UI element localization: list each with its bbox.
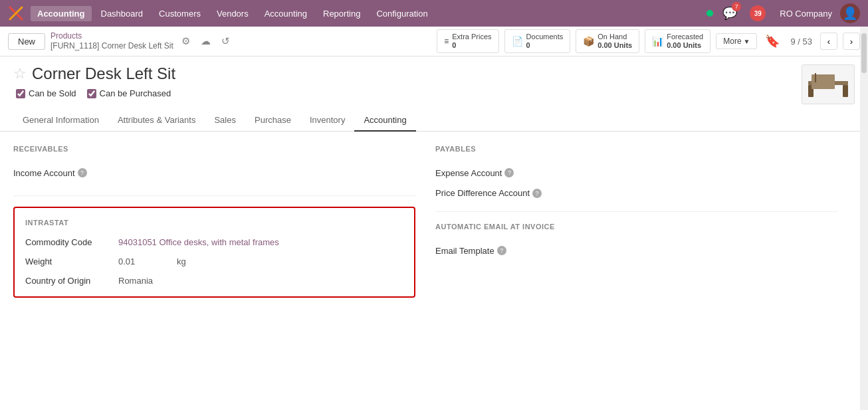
logo-icon	[8, 5, 24, 21]
intrastat-title: INTRASTAT	[25, 219, 403, 227]
weight-unit: kg	[177, 256, 186, 266]
income-account-value[interactable]	[120, 171, 186, 175]
payables-title: PAYABLES	[435, 145, 837, 153]
nav-item-customers[interactable]: Customers	[152, 6, 207, 21]
tab-attributes-variants[interactable]: Attributes & Variants	[108, 110, 205, 132]
scrollbar[interactable]	[860, 27, 868, 298]
product-title-row: ☆ Corner Desk Left Sit	[13, 64, 802, 83]
price-difference-row: Price Difference Account ?	[435, 187, 837, 198]
tab-sales[interactable]: Sales	[205, 110, 245, 132]
commodity-code-row: Commodity Code 94031051 Office desks, wi…	[25, 237, 403, 247]
payables-section: PAYABLES Expense Account ? Price Differe…	[435, 145, 837, 198]
commodity-code-label: Commodity Code	[25, 237, 118, 247]
email-template-label: Email Template ?	[435, 246, 528, 256]
expense-account-help-icon[interactable]: ?	[504, 168, 514, 177]
more-button[interactable]: More ▼	[716, 33, 757, 49]
receivables-title: RECEIVABLES	[13, 145, 415, 153]
next-button[interactable]: ›	[843, 33, 860, 50]
extra-prices-icon: ≡	[444, 37, 449, 46]
user-avatar[interactable]: 👤	[840, 3, 860, 23]
scrollbar-thumb[interactable]	[861, 33, 867, 73]
nav-item-configuration[interactable]: Configuration	[370, 6, 434, 21]
new-button[interactable]: New	[8, 33, 45, 50]
income-account-help-icon[interactable]: ?	[78, 168, 87, 177]
breadcrumb: Products [FURN_1118] Corner Desk Left Si…	[51, 31, 173, 52]
country-origin-label: Country of Origin	[25, 276, 118, 286]
tabs-bar: General Information Attributes & Variant…	[0, 110, 868, 132]
email-template-row: Email Template ?	[435, 241, 837, 260]
auto-email-section: AUTOMATIC EMAIL AT INVOICE Email Templat…	[435, 223, 837, 260]
extra-prices-button[interactable]: ≡ Extra Prices 0	[437, 29, 498, 53]
price-difference-help-icon[interactable]: ?	[532, 189, 542, 198]
auto-email-title: AUTOMATIC EMAIL AT INVOICE	[435, 223, 837, 231]
top-nav: Accounting Dashboard Customers Vendors A…	[0, 0, 868, 27]
forecasted-icon: 📊	[652, 36, 663, 47]
divider-2	[435, 211, 837, 212]
country-origin-row: Country of Origin Romania	[25, 276, 403, 286]
nav-item-dashboard[interactable]: Dashboard	[94, 6, 150, 21]
left-column: RECEIVABLES Income Account ? INTRASTAT C…	[13, 145, 415, 298]
documents-button[interactable]: 📄 Documents 0	[504, 29, 571, 53]
breadcrumb-parent-link[interactable]: Products	[51, 31, 173, 42]
income-account-label: Income Account ?	[13, 168, 120, 178]
receivables-section: RECEIVABLES Income Account ?	[13, 145, 415, 182]
star-icon[interactable]: ☆	[13, 65, 27, 82]
activity-button[interactable]: 39	[748, 3, 768, 23]
company-name: RO Company	[780, 9, 832, 19]
forecasted-button[interactable]: 📊 Forecasted 0.00 Units	[645, 29, 710, 53]
tab-accounting[interactable]: Accounting	[354, 110, 415, 132]
nav-item-reporting[interactable]: Reporting	[316, 6, 367, 21]
svg-rect-4	[843, 85, 848, 97]
nav-item-accounting-sub[interactable]: Accounting	[258, 6, 314, 21]
nav-item-accounting-main[interactable]: Accounting	[31, 6, 92, 21]
can-be-purchased-checkbox[interactable]: Can be Purchased	[87, 88, 171, 98]
refresh-icon[interactable]: ↺	[219, 34, 233, 49]
settings-icon[interactable]: ⚙	[179, 34, 193, 49]
product-image[interactable]	[802, 64, 855, 104]
more-chevron-icon: ▼	[744, 38, 750, 45]
email-template-help-icon[interactable]: ?	[497, 246, 506, 255]
tab-purchase[interactable]: Purchase	[245, 110, 300, 132]
weight-label: Weight	[25, 256, 118, 266]
documents-icon: 📄	[512, 36, 523, 47]
prev-button[interactable]: ‹	[820, 33, 837, 50]
svg-rect-6	[815, 73, 816, 82]
expense-account-label: Expense Account ?	[435, 168, 514, 178]
on-hand-button[interactable]: 📦 On Hand 0.00 Units	[576, 29, 639, 53]
can-be-sold-checkbox[interactable]: Can be Sold	[16, 88, 76, 98]
accounting-tab-content: RECEIVABLES Income Account ? INTRASTAT C…	[0, 132, 851, 298]
bookmark-icon[interactable]: 🔖	[765, 34, 780, 49]
tab-inventory[interactable]: Inventory	[300, 110, 354, 132]
nav-counter: 9 / 53	[790, 37, 812, 47]
weight-value[interactable]: 0.01	[118, 256, 171, 266]
product-title: Corner Desk Left Sit	[32, 64, 175, 83]
messages-badge: 7	[732, 2, 741, 11]
country-origin-value[interactable]: Romania	[118, 276, 153, 286]
expense-account-row: Expense Account ?	[435, 163, 837, 182]
product-header: ☆ Corner Desk Left Sit Can be Sold Can b…	[0, 56, 868, 110]
nav-item-vendors[interactable]: Vendors	[210, 6, 255, 21]
messages-button[interactable]: 💬 7	[720, 3, 740, 23]
product-checkboxes: Can be Sold Can be Purchased	[16, 88, 802, 98]
status-indicator	[706, 10, 713, 17]
commodity-code-value[interactable]: 94031051 Office desks, with metal frames	[118, 237, 279, 247]
price-difference-label: Price Difference Account ?	[435, 187, 542, 198]
cloud-icon[interactable]: ☁	[198, 34, 213, 49]
tab-general-information[interactable]: General Information	[13, 110, 108, 132]
intrastat-section: INTRASTAT Commodity Code 94031051 Office…	[13, 207, 415, 298]
breadcrumb-bar: New Products [FURN_1118] Corner Desk Lef…	[0, 27, 868, 56]
breadcrumb-current: [FURN_1118] Corner Desk Left Sit	[51, 41, 173, 52]
income-account-row: Income Account ?	[13, 163, 415, 182]
on-hand-icon: 📦	[583, 36, 594, 47]
weight-row: Weight 0.01 kg	[25, 256, 403, 266]
divider-1	[13, 195, 415, 196]
right-column: PAYABLES Expense Account ? Price Differe…	[435, 145, 837, 298]
